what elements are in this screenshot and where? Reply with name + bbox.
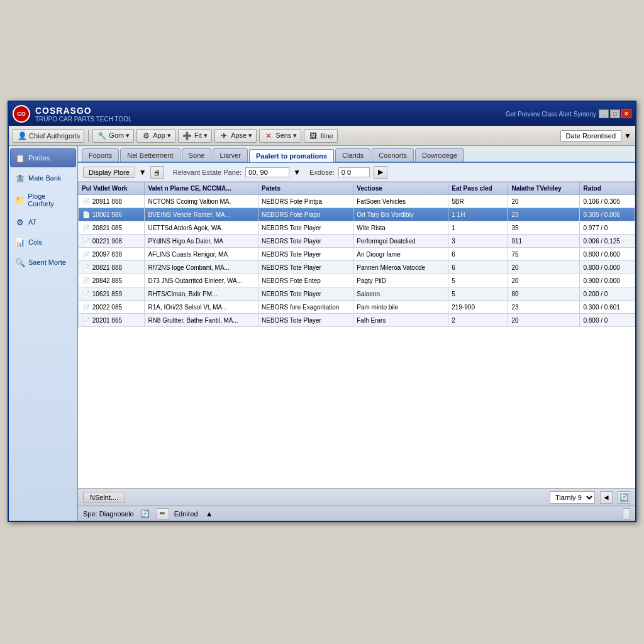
- table-row[interactable]: 📄 20201 865RN8 Grultter, Bathe Fantil, M…: [79, 314, 635, 327]
- row-icon: 📄: [82, 276, 91, 285]
- nav-next-button[interactable]: 🔄: [618, 491, 630, 504]
- scrollbar-thumb[interactable]: [623, 508, 630, 519]
- toolbar-fit[interactable]: ➕ Fit ▾: [178, 129, 212, 143]
- toolbar-sep-1: [88, 130, 89, 142]
- status-edit-icon[interactable]: ✏: [157, 508, 169, 519]
- row-icon: 📄: [82, 250, 91, 258]
- print-button[interactable]: 🖨: [150, 166, 164, 179]
- main-window: CO COSRASGO TRUPO CAR PARTS TECH TOOL Ge…: [8, 101, 636, 522]
- sidebar-item-porites-label: Porites: [28, 154, 50, 162]
- table-row[interactable]: 📄 20821 888Rf72NS Ioge Combant, MA...NEB…: [79, 261, 635, 274]
- sidebar: 📋 Porites 🏦 Mate Bank 📁 Ploge Conforty ⚙…: [9, 146, 78, 521]
- minimize-button[interactable]: _: [599, 109, 609, 118]
- row-icon: 📄: [82, 197, 91, 206]
- base-label: Exdose:: [309, 169, 335, 176]
- select-button[interactable]: NSelnt....: [83, 492, 125, 503]
- sidebar-item-at[interactable]: ⚙ AT: [10, 213, 76, 231]
- apse-icon: ✈: [219, 131, 229, 141]
- table-cell-0-3: FatSoen Vehicles: [353, 195, 448, 208]
- app-icon: ⚙: [141, 131, 151, 141]
- table-cell-4-6: 0.800 / 0.600: [580, 248, 635, 261]
- tab-sone[interactable]: Sone: [182, 148, 212, 162]
- title-bar-left: CO COSRASGO TRUPO CAR PARTS TECH TOOL: [13, 105, 132, 123]
- main-area: 📋 Porites 🏦 Mate Bank 📁 Ploge Conforty ⚙…: [9, 146, 635, 521]
- table-row[interactable]: 📄 10621 859RHTS/Clman, Bxlir PM...NEBORS…: [79, 287, 635, 301]
- status-refresh-button[interactable]: 🔄: [139, 508, 152, 519]
- table-cell-0-2: NEBORS Fote Pintpa: [258, 195, 353, 208]
- table-row[interactable]: 📄 20097 838AFLINS Cuasts Renigor, MANEBO…: [79, 248, 635, 261]
- content-area: Foports Nel Betterment Sone Liarver Paal…: [78, 146, 635, 521]
- table-cell-7-6: 0.200 / 0: [580, 287, 635, 301]
- col-header-patets: Patets: [258, 182, 353, 195]
- toolbar-chief[interactable]: 👤 Chief Authrigorts: [13, 129, 84, 143]
- status-bar: Spe: Diagnoselo 🔄 ✏ Ednired ▲: [78, 506, 635, 521]
- tab-nelbetterment[interactable]: Nel Betterment: [120, 148, 180, 162]
- table-cell-5-1: Rf72NS Ioge Combant, MA...: [145, 261, 258, 274]
- bottom-dropdown[interactable]: Tiarnly 9: [550, 491, 595, 504]
- table-row[interactable]: 📄 20911 888NCTONS Ccoimg Valtion MA.NEBO…: [79, 195, 635, 208]
- table-cell-6-6: 0.900 / 0.000: [580, 274, 635, 287]
- tab-foports[interactable]: Foports: [82, 148, 119, 162]
- title-bar-right: Get Preview Class Alert Syntony _ □ ✕: [506, 109, 631, 118]
- display-plore-button[interactable]: Display Plore: [83, 167, 135, 178]
- person-icon: 👤: [17, 131, 27, 141]
- table-cell-9-6: 0.800 / 0: [580, 314, 635, 327]
- toolbar-iline[interactable]: 🖼 Iline: [304, 129, 337, 143]
- toolbar-app[interactable]: ⚙ App ▾: [136, 129, 175, 143]
- nav-prev-button[interactable]: ◄: [600, 491, 613, 504]
- table-row[interactable]: 📄 10061 986BVEINS Vencle Ranter, MA...NE…: [79, 208, 635, 221]
- toolbar-apse[interactable]: ✈ Apse ▾: [214, 129, 257, 143]
- sidebar-item-matebank[interactable]: 🏦 Mate Bank: [10, 169, 76, 187]
- table-row[interactable]: 📄 20842 885D73 JNS Outarritcd Einleer, W…: [79, 274, 635, 287]
- col-header-name: Valet n Plame CE, NCCMA...: [145, 182, 258, 195]
- tab-clarids[interactable]: Clarids: [335, 148, 370, 162]
- sidebar-item-matebank-label: Mate Bank: [28, 174, 62, 182]
- table-cell-9-0: 📄 20201 865: [79, 314, 145, 327]
- date-dropdown-arrow[interactable]: ▼: [624, 131, 631, 140]
- tab-liarver[interactable]: Liarver: [213, 148, 248, 162]
- cols-icon: 📊: [14, 236, 26, 248]
- sidebar-item-plogeconforty[interactable]: 📁 Ploge Conforty: [10, 189, 76, 211]
- table-cell-7-4: 5: [448, 287, 508, 301]
- table-cell-3-0: 📄 00221 908: [79, 235, 145, 248]
- table-cell-1-5: 23: [508, 208, 580, 221]
- toolbar-sens[interactable]: ✕ Sens ▾: [259, 129, 301, 143]
- sidebar-item-cols[interactable]: 📊 Cols: [10, 233, 76, 252]
- status-expand-button[interactable]: ▲: [203, 508, 216, 519]
- table-cell-4-2: NEBORS Tote Player: [258, 248, 353, 261]
- row-icon: 📄: [82, 210, 91, 219]
- table-cell-7-3: Saloenn: [353, 287, 448, 301]
- apply-filter-button[interactable]: ▶: [374, 166, 387, 179]
- display-dropdown-arrow[interactable]: ▼: [139, 168, 147, 177]
- table-cell-9-1: RN8 Grultter, Bathe Fantil, MA...: [145, 314, 258, 327]
- toolbar-chief-label: Chief Authrigorts: [29, 132, 80, 140]
- table-row[interactable]: 📄 00221 908PYdINS Higo As Dalor, MANEBOR…: [79, 235, 635, 248]
- filter-input[interactable]: [245, 167, 289, 177]
- table-cell-1-4: 1 1H: [448, 208, 508, 221]
- tab-coonorts[interactable]: Coonorts: [372, 148, 414, 162]
- base-input[interactable]: [338, 167, 370, 177]
- tab-paalert[interactable]: Paalert to promations: [249, 149, 334, 162]
- toolbar-gom[interactable]: 🔧 Gom ▾: [92, 129, 134, 143]
- table-row[interactable]: 📄 20821 085UETTSd Atdor6 Agok, WA.NEBORS…: [79, 221, 635, 235]
- tab-dowrodege[interactable]: Dowrodege: [415, 148, 464, 162]
- table-cell-2-4: 1: [448, 221, 508, 235]
- table-cell-8-2: NEBORS fore Exagoritation: [258, 301, 353, 314]
- sidebar-item-at-label: AT: [28, 218, 36, 226]
- table-cell-4-5: 75: [508, 248, 580, 261]
- table-cell-0-1: NCTONS Ccoimg Valtion MA.: [145, 195, 258, 208]
- table-row[interactable]: 📄 20022 085R1A, IOri/23 Selsol Vt, MA...…: [79, 301, 635, 314]
- table-cell-6-4: 5: [448, 274, 508, 287]
- close-button[interactable]: ✕: [621, 109, 631, 118]
- maximize-button[interactable]: □: [610, 109, 620, 118]
- table-cell-1-1: BVEINS Vencle Ranter, MA...: [145, 208, 258, 221]
- toolbar-sens-label: Sens ▾: [275, 131, 297, 140]
- sidebar-item-saentmorte[interactable]: 🔍 Saent Morte: [10, 253, 76, 272]
- sidebar-item-porites[interactable]: 📋 Porites: [10, 148, 76, 167]
- table-cell-9-3: Falh Erars: [353, 314, 448, 327]
- table-cell-8-5: 23: [508, 301, 580, 314]
- filter-dropdown-arrow[interactable]: ▼: [293, 168, 301, 177]
- main-toolbar: 👤 Chief Authrigorts 🔧 Gom ▾ ⚙ App ▾ ➕ Fi…: [9, 126, 635, 146]
- table-cell-4-1: AFLINS Cuasts Renigor, MA: [145, 248, 258, 261]
- toolbar-app-label: App ▾: [153, 131, 171, 140]
